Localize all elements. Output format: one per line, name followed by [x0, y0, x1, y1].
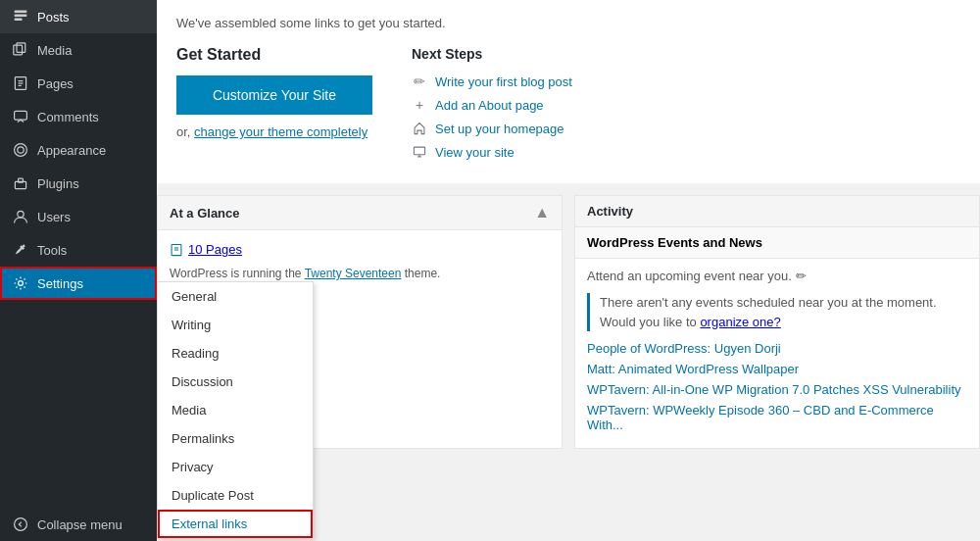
news-link-2[interactable]: WPTavern: All-in-One WP Migration 7.0 Pa… [587, 382, 967, 397]
wp-events-title: WordPress Events and News [575, 227, 979, 259]
svg-point-16 [15, 518, 27, 531]
intro-text: We've assembled some links to get you st… [176, 16, 960, 30]
change-theme-link[interactable]: change your theme completely [194, 124, 368, 139]
sidebar-item-pages[interactable]: Pages [0, 67, 157, 100]
posts-icon [12, 8, 29, 25]
pages-count: 10 Pages [170, 242, 242, 257]
next-step-item: + Add an About page [412, 97, 960, 113]
submenu-external-links[interactable]: External links [158, 510, 313, 538]
svg-rect-9 [15, 111, 27, 120]
get-started-title: Get Started [176, 46, 372, 64]
sidebar-item-label: Settings [37, 276, 83, 291]
sidebar-item-label: Media [37, 43, 72, 58]
svg-rect-2 [15, 19, 23, 21]
customize-site-button[interactable]: Customize Your Site [176, 75, 372, 115]
sidebar-item-label: Collapse menu [37, 517, 122, 532]
sidebar-item-tools[interactable]: Tools [0, 233, 157, 267]
sidebar-item-comments[interactable]: Comments [0, 100, 157, 133]
homepage-link[interactable]: Set up your homepage [435, 122, 564, 136]
collapse-widget-button[interactable]: ▲ [534, 204, 550, 221]
collapse-icon [12, 516, 29, 533]
pages-count-link[interactable]: 10 Pages [188, 242, 242, 257]
view-site-link[interactable]: View your site [435, 145, 514, 160]
submenu-permalinks[interactable]: Permalinks [158, 424, 313, 453]
pages-icon [12, 74, 29, 92]
tools-icon [12, 241, 29, 259]
sidebar-item-label: Users [37, 210, 71, 224]
write-post-link[interactable]: Write your first blog post [435, 74, 572, 89]
next-steps-title: Next Steps [412, 46, 960, 62]
no-events-text: There aren't any events scheduled near y… [587, 293, 967, 331]
get-started-section: Get Started Customize Your Site or, chan… [176, 46, 372, 139]
next-step-item: ✏ Write your first blog post [412, 74, 960, 89]
next-steps-list: ✏ Write your first blog post + Add an Ab… [412, 74, 960, 160]
or-text: or, [176, 124, 190, 139]
svg-rect-4 [17, 43, 25, 53]
organize-link[interactable]: organize one? [700, 315, 780, 329]
news-link-1[interactable]: Matt: Animated WordPress Wallpaper [587, 362, 967, 376]
users-icon [12, 208, 29, 225]
submenu-writing[interactable]: Writing [158, 311, 313, 339]
sidebar-item-posts[interactable]: Posts [0, 0, 157, 33]
sidebar-item-label: Pages [37, 76, 74, 91]
glance-items: 10 Pages [170, 242, 550, 257]
svg-point-10 [15, 144, 27, 157]
submenu-general[interactable]: General [158, 282, 313, 311]
plugins-icon [12, 174, 29, 192]
sidebar-item-plugins[interactable]: Plugins [0, 167, 157, 200]
sidebar-item-label: Comments [37, 110, 99, 124]
theme-text: WordPress is running the Twenty Seventee… [170, 267, 550, 280]
next-step-item: View your site [412, 144, 960, 160]
appearance-icon [12, 141, 29, 159]
activity-widget: Activity WordPress Events and News Atten… [574, 195, 980, 449]
next-steps-section: Next Steps ✏ Write your first blog post … [412, 46, 960, 168]
sidebar-item-media[interactable]: Media [0, 33, 157, 67]
monitor-icon [412, 144, 427, 160]
svg-rect-3 [14, 45, 23, 55]
next-step-item: Set up your homepage [412, 121, 960, 136]
media-icon [12, 41, 29, 59]
sidebar-collapse[interactable]: Collapse menu [0, 508, 157, 541]
activity-title: Activity [587, 204, 633, 219]
at-a-glance-title: At a Glance [170, 206, 240, 221]
sidebar: Posts Media Pages Comments Appearance Pl… [0, 0, 157, 541]
settings-submenu: General Writing Reading Discussion Media… [157, 281, 314, 539]
sidebar-item-label: Appearance [37, 143, 106, 158]
sidebar-item-users[interactable]: Users [0, 200, 157, 233]
edit-icon: ✏ [412, 74, 427, 89]
submenu-reading[interactable]: Reading [158, 339, 313, 368]
svg-point-15 [19, 281, 24, 286]
submenu-media[interactable]: Media [158, 396, 313, 424]
add-icon: + [412, 97, 427, 113]
about-page-link[interactable]: Add an About page [435, 98, 544, 113]
home-icon [412, 121, 427, 136]
svg-rect-1 [15, 15, 27, 17]
svg-rect-17 [414, 147, 424, 155]
edit-pencil-icon: ✏ [796, 269, 807, 283]
theme-link[interactable]: Twenty Seventeen [305, 267, 402, 280]
svg-point-11 [18, 147, 24, 153]
sidebar-item-appearance[interactable]: Appearance [0, 133, 157, 167]
sidebar-item-settings[interactable]: Settings [0, 267, 157, 300]
activity-header: Activity [575, 196, 979, 227]
news-link-3[interactable]: WPTavern: WPWeekly Episode 360 – CBD and… [587, 403, 967, 432]
attend-text: Attend an upcoming event near you. ✏ [587, 269, 967, 283]
at-a-glance-header: At a Glance ▲ [158, 196, 562, 230]
top-section: We've assembled some links to get you st… [157, 0, 980, 183]
submenu-privacy[interactable]: Privacy [158, 453, 313, 481]
settings-icon [12, 274, 29, 292]
sidebar-item-label: Posts [37, 10, 70, 25]
events-body: Attend an upcoming event near you. ✏ The… [575, 259, 979, 448]
get-started-next: Get Started Customize Your Site or, chan… [176, 46, 960, 168]
submenu-discussion[interactable]: Discussion [158, 368, 313, 396]
sidebar-item-label: Plugins [37, 176, 79, 191]
sidebar-item-label: Tools [37, 243, 67, 258]
svg-point-14 [18, 211, 24, 217]
submenu-duplicate-post[interactable]: Duplicate Post [158, 481, 313, 510]
comments-icon [12, 108, 29, 125]
svg-rect-0 [15, 11, 27, 13]
news-link-0[interactable]: People of WordPress: Ugyen Dorji [587, 341, 967, 356]
